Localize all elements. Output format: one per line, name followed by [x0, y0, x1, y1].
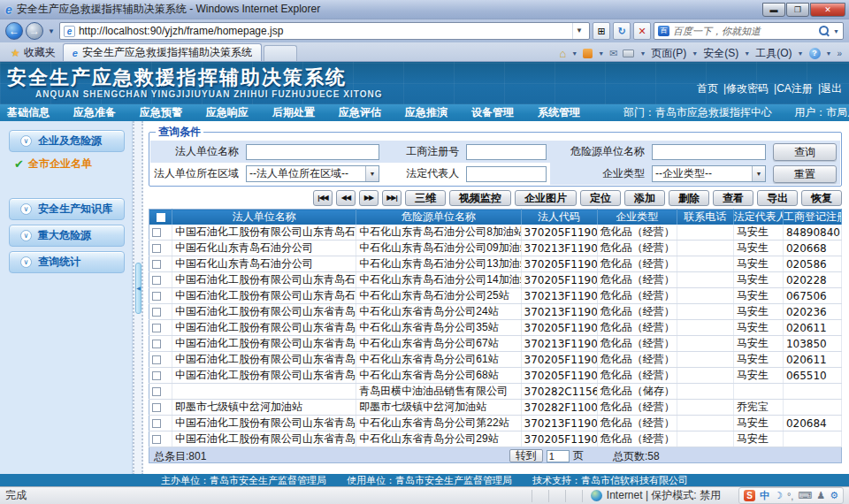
table-row[interactable]: 中国石化山东青岛石油分公司中石化山东青岛石油分公司09加油站370213F119…: [149, 241, 842, 256]
row-checkbox[interactable]: [152, 435, 161, 444]
row-checkbox[interactable]: [152, 244, 161, 253]
link-change-password[interactable]: |修改密码: [723, 81, 769, 96]
hazard-name-input[interactable]: [652, 144, 766, 160]
reset-button[interactable]: 重置: [773, 165, 837, 183]
link-ca-register[interactable]: |CA注册: [774, 81, 813, 96]
url-field[interactable]: e http://localhost:90/yjzh/frame/homepag…: [59, 22, 590, 40]
table-row[interactable]: 中国石油化工股份有限公司山东省青岛分公司中石化山东省青岛分公司第22站37021…: [149, 416, 842, 431]
row-checkbox[interactable]: [152, 324, 161, 332]
refresh-button[interactable]: ↻: [613, 22, 631, 40]
punctuation-icon[interactable]: °,: [787, 491, 793, 501]
menu-device-mgmt[interactable]: 设备管理: [471, 105, 514, 120]
forward-button[interactable]: →: [26, 22, 43, 40]
row-checkbox[interactable]: [152, 340, 161, 348]
menu-emergency-response[interactable]: 应急响应: [206, 105, 249, 120]
new-tab-button[interactable]: [264, 45, 297, 61]
col-legal-code[interactable]: 法人代码: [521, 210, 597, 225]
menu-emergency-prep[interactable]: 应急准备: [73, 105, 116, 120]
region-select[interactable]: --法人单位所在区域--▼: [246, 165, 379, 182]
view-button[interactable]: 查看: [713, 190, 753, 206]
sidebar-item-city-enterprise-list[interactable]: ✔ 全市企业名单: [14, 157, 132, 172]
link-home[interactable]: 首页: [697, 81, 718, 96]
next-page-button[interactable]: ▶▶: [359, 190, 379, 206]
export-button[interactable]: 导出: [757, 190, 798, 206]
rss-feed-icon[interactable]: [583, 49, 593, 58]
delete-button[interactable]: 删除: [669, 190, 709, 206]
home-dropdown-icon[interactable]: ▼: [571, 50, 577, 57]
splitter-collapse-handle[interactable]: ◀: [135, 263, 142, 314]
minimize-button[interactable]: ▬: [762, 3, 785, 17]
enterprise-photo-button[interactable]: 企业图片: [515, 190, 577, 206]
person-icon[interactable]: ♟: [816, 490, 825, 501]
history-dropdown-icon[interactable]: ▼: [46, 27, 57, 35]
menu-post-disposal[interactable]: 后期处置: [272, 105, 315, 120]
row-checkbox[interactable]: [152, 292, 161, 301]
row-checkbox[interactable]: [152, 228, 161, 237]
table-row[interactable]: 中国石油化工股份有限公司山东省青岛分公司中石化山东省青岛分公司35站370205…: [149, 320, 842, 336]
url-dropdown-icon[interactable]: ▼: [572, 23, 585, 39]
sidebar-group-major-hazard[interactable]: ∨ 重大危险源: [9, 225, 125, 247]
search-input[interactable]: 百度一下，你就知道: [673, 25, 815, 38]
sogou-icon[interactable]: S: [744, 490, 755, 501]
compat-button[interactable]: ⊞: [593, 22, 610, 40]
stop-button[interactable]: ✕: [633, 22, 651, 40]
menu-emergency-eval[interactable]: 应急评估: [339, 105, 381, 120]
maximize-button[interactable]: ❐: [786, 3, 809, 17]
halfmoon-icon[interactable]: ☽: [774, 490, 783, 501]
add-button[interactable]: 添加: [624, 190, 665, 206]
select-all-checkbox[interactable]: [157, 213, 165, 222]
row-checkbox[interactable]: [152, 260, 161, 269]
safety-menu[interactable]: 安全(S): [703, 46, 738, 61]
search-dropdown-icon[interactable]: ▼: [833, 28, 839, 34]
overflow-chevron-icon[interactable]: »: [837, 49, 842, 58]
ent-type-select[interactable]: --企业类型--▼: [652, 165, 766, 182]
sidebar-group-safety-knowledge[interactable]: ∨ 安全生产知识库: [9, 198, 125, 220]
help-icon[interactable]: ?: [809, 48, 821, 59]
reg-no-input[interactable]: [466, 144, 547, 160]
col-phone[interactable]: 联系电话: [677, 210, 733, 225]
row-checkbox[interactable]: [152, 371, 161, 380]
table-row[interactable]: 即墨市七级镇中岔河加油站即墨市七级镇中岔河加油站370282F110063 危化…: [149, 400, 842, 416]
legal-rep-input[interactable]: [466, 166, 547, 182]
prev-page-button[interactable]: ◀◀: [336, 190, 356, 206]
mail-icon[interactable]: ✉: [609, 48, 617, 59]
col-legal-rep[interactable]: 法定代表人: [733, 210, 783, 225]
table-row[interactable]: 中国石油化工股份有限公司山东省青岛分公司中石化山东省青岛分公司61站370205…: [149, 352, 842, 368]
first-page-button[interactable]: |◀◀: [313, 190, 333, 206]
favorites-button[interactable]: ★ 收藏夹: [4, 44, 63, 61]
table-row[interactable]: 中国石化山东青岛石油分公司中石化山东青岛石油分公司13加油站370205F119…: [149, 256, 842, 272]
splitter[interactable]: ◀: [133, 121, 143, 475]
row-checkbox[interactable]: [152, 355, 161, 364]
goto-page-button[interactable]: 转到: [509, 449, 543, 462]
feed-dropdown-icon[interactable]: ▼: [598, 50, 604, 57]
menu-system-mgmt[interactable]: 系统管理: [538, 105, 580, 120]
legal-name-input[interactable]: [246, 144, 379, 160]
sidebar-group-enterprise-hazard[interactable]: ∨ 企业及危险源: [9, 130, 125, 152]
col-reg-no[interactable]: 工商登记注册号: [783, 210, 841, 225]
row-checkbox[interactable]: [152, 419, 161, 428]
col-hazard-name[interactable]: 危险源单位名称: [356, 210, 521, 225]
menu-emergency-warning[interactable]: 应急预警: [140, 105, 182, 120]
video-monitor-button[interactable]: 视频监控: [449, 190, 511, 206]
home-icon[interactable]: ⌂: [559, 47, 566, 60]
row-checkbox[interactable]: [152, 403, 161, 412]
menu-emergency-drill[interactable]: 应急推演: [405, 105, 447, 120]
tab-active[interactable]: e 安全生产应急救援指挥辅助决策系统: [63, 43, 262, 61]
col-ent-type[interactable]: 企业类型: [597, 210, 677, 225]
print-icon[interactable]: [623, 50, 634, 57]
link-logout[interactable]: |退出: [818, 81, 842, 96]
page-menu[interactable]: 页面(P): [651, 46, 686, 61]
row-checkbox[interactable]: [152, 387, 161, 396]
row-checkbox[interactable]: [152, 308, 161, 317]
url-text[interactable]: http://localhost:90/yjzh/frame/homepage.…: [79, 25, 569, 37]
table-row[interactable]: 中国石油化工股份有限公司山东省青岛分公司中石化山东省青岛分公司68站370205…: [149, 368, 842, 384]
page-number-input[interactable]: 1: [547, 450, 570, 462]
print-dropdown-icon[interactable]: ▼: [639, 50, 646, 57]
chinese-mode-icon[interactable]: 中: [760, 489, 769, 502]
table-row[interactable]: 中国石油化工股份有限公司山东省青岛分公司中石化山东省青岛分公司29站370205…: [149, 431, 842, 447]
close-button[interactable]: ✕: [810, 3, 845, 17]
back-button[interactable]: ←: [5, 22, 23, 40]
search-box[interactable]: 百 百度一下，你就知道 ▼: [654, 22, 844, 40]
table-row[interactable]: 中国石油化工股份有限公司山东青岛石油分公司中石化山东青岛石油分公司8加油站370…: [149, 225, 842, 241]
restore-button[interactable]: 恢复: [801, 190, 842, 206]
